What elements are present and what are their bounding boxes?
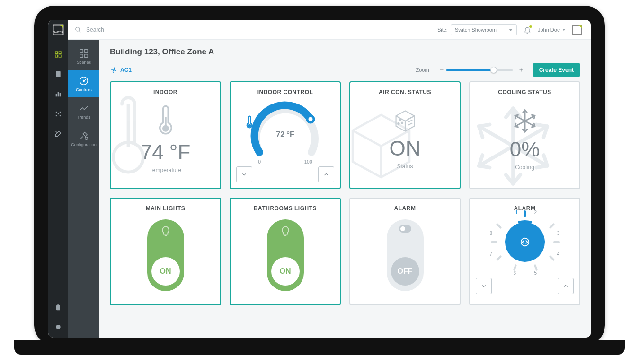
svg-point-16 bbox=[60, 112, 61, 113]
svg-point-28 bbox=[83, 80, 85, 81]
toggle-state: ON bbox=[280, 267, 291, 276]
nav-analytics[interactable] bbox=[48, 84, 68, 104]
search-input[interactable] bbox=[85, 26, 161, 34]
nav-chat[interactable] bbox=[48, 318, 68, 338]
decrease-button[interactable] bbox=[236, 166, 252, 182]
main-content: Building 123, Office Zone A AC1 Zoom Cre… bbox=[99, 40, 591, 338]
svg-rect-20 bbox=[56, 305, 60, 311]
ac-sub: Status bbox=[397, 163, 413, 170]
nav-dashboard[interactable] bbox=[48, 44, 68, 64]
dial-pos: 1 bbox=[515, 210, 518, 215]
temperature-gauge[interactable]: 72 °F 0 100 bbox=[245, 95, 326, 166]
tab-controls[interactable]: Controls bbox=[68, 70, 99, 97]
main-lights-toggle[interactable]: ON bbox=[147, 219, 184, 291]
tab-label: Configuration bbox=[71, 142, 97, 147]
snowflake-icon bbox=[511, 107, 539, 135]
lightbulb-icon bbox=[160, 225, 172, 237]
topbar: SWITCH Site: Switch Showroom John Doe▾ bbox=[48, 20, 591, 40]
svg-rect-7 bbox=[55, 52, 58, 54]
card-title: MAIN LIGHTS bbox=[146, 205, 186, 212]
svg-marker-1 bbox=[60, 25, 63, 28]
svg-point-30 bbox=[113, 69, 115, 71]
notifications-icon[interactable] bbox=[524, 26, 531, 34]
card-title: BATHROOMS LIGHTS bbox=[254, 205, 317, 212]
site-select[interactable]: Switch Showroom bbox=[451, 24, 517, 35]
zoom-in-button[interactable] bbox=[516, 65, 526, 75]
zoom-slider[interactable] bbox=[446, 69, 513, 71]
svg-rect-8 bbox=[59, 52, 61, 54]
gauge-value: 72 °F bbox=[245, 130, 326, 139]
nav-documents[interactable] bbox=[48, 64, 68, 84]
tab-trends[interactable]: Trends bbox=[68, 97, 99, 125]
svg-text:SWITCH: SWITCH bbox=[53, 31, 63, 34]
nav-network[interactable] bbox=[48, 104, 68, 124]
create-event-button[interactable]: Create Event bbox=[532, 63, 580, 77]
gauge-min: 0 bbox=[258, 159, 261, 165]
dial-decrease-button[interactable] bbox=[476, 278, 492, 294]
toggle-state: ON bbox=[160, 267, 171, 276]
dial-pos: 6 bbox=[514, 270, 516, 276]
thermometer-ghost-icon bbox=[102, 95, 154, 181]
card-title: COOLING STATUS bbox=[498, 89, 551, 95]
svg-point-3 bbox=[76, 27, 80, 31]
svg-line-44 bbox=[408, 123, 412, 125]
switch-icon bbox=[399, 225, 411, 233]
search-icon bbox=[75, 26, 81, 33]
cooling-value: 0% bbox=[510, 138, 540, 161]
dial-pos: 8 bbox=[490, 231, 493, 236]
thermometer-mini-icon bbox=[245, 115, 326, 130]
card-ac-status: AIR CON. STATUS ON Status bbox=[349, 81, 461, 189]
card-title: AIR CON. STATUS bbox=[379, 89, 431, 95]
tab-label: Scenes bbox=[77, 60, 91, 65]
svg-rect-26 bbox=[85, 54, 88, 57]
svg-rect-9 bbox=[55, 55, 58, 57]
svg-point-15 bbox=[56, 112, 57, 113]
brand-logo: SWITCH bbox=[48, 20, 68, 40]
card-indoor-control: INDOOR CONTROL 72 °F bbox=[230, 81, 341, 189]
svg-rect-25 bbox=[80, 54, 83, 57]
zoom-label: Zoom bbox=[416, 67, 429, 73]
gauge-max: 100 bbox=[304, 159, 312, 165]
tab-scenes[interactable]: Scenes bbox=[68, 43, 99, 70]
svg-point-22 bbox=[56, 325, 60, 329]
dial-knob-icon bbox=[505, 222, 545, 262]
svg-rect-23 bbox=[80, 49, 83, 52]
card-cooling: COOLING STATUS 0% Cooling bbox=[469, 81, 580, 189]
corner-logo bbox=[570, 23, 584, 37]
increase-button[interactable] bbox=[318, 166, 334, 182]
svg-point-18 bbox=[60, 115, 61, 117]
zoom-out-button[interactable] bbox=[437, 65, 446, 75]
secondary-nav: Scenes Controls Trends Configuration bbox=[68, 40, 99, 338]
svg-rect-14 bbox=[60, 93, 61, 96]
bathroom-lights-toggle[interactable]: ON bbox=[267, 219, 304, 291]
alarm-toggle[interactable]: OFF bbox=[387, 219, 424, 291]
dial-increase-button[interactable] bbox=[558, 278, 574, 294]
alarm-dial[interactable]: 1 2 3 4 5 6 7 8 bbox=[487, 212, 563, 278]
nav-tools[interactable] bbox=[48, 124, 68, 144]
tab-configuration[interactable]: Configuration bbox=[68, 125, 99, 152]
card-indoor: INDOOR 74 °F Temperature bbox=[110, 81, 221, 189]
svg-rect-13 bbox=[58, 92, 59, 96]
site-label: Site: bbox=[437, 27, 448, 33]
cube-icon bbox=[391, 108, 419, 134]
svg-point-19 bbox=[58, 113, 59, 115]
card-title: ALARM bbox=[394, 205, 416, 212]
dial-pos: 3 bbox=[557, 231, 560, 236]
device-chip[interactable]: AC1 bbox=[110, 66, 132, 74]
cooling-sub: Cooling bbox=[515, 164, 534, 171]
user-menu[interactable]: John Doe▾ bbox=[538, 27, 565, 33]
dial-pos: 5 bbox=[534, 270, 537, 276]
svg-point-38 bbox=[248, 125, 250, 127]
svg-line-4 bbox=[79, 30, 81, 32]
dial-pos: 7 bbox=[490, 251, 493, 257]
svg-point-29 bbox=[85, 137, 88, 139]
svg-point-39 bbox=[399, 119, 400, 121]
nav-clipboard[interactable] bbox=[48, 298, 68, 318]
svg-point-40 bbox=[401, 122, 402, 124]
lightbulb-icon bbox=[279, 225, 292, 237]
svg-rect-24 bbox=[85, 49, 88, 52]
ac-value: ON bbox=[390, 137, 421, 160]
card-bathroom-lights: BATHROOMS LIGHTS ON bbox=[230, 198, 341, 305]
page-title: Building 123, Office Zone A bbox=[110, 47, 580, 57]
svg-rect-12 bbox=[56, 94, 57, 96]
